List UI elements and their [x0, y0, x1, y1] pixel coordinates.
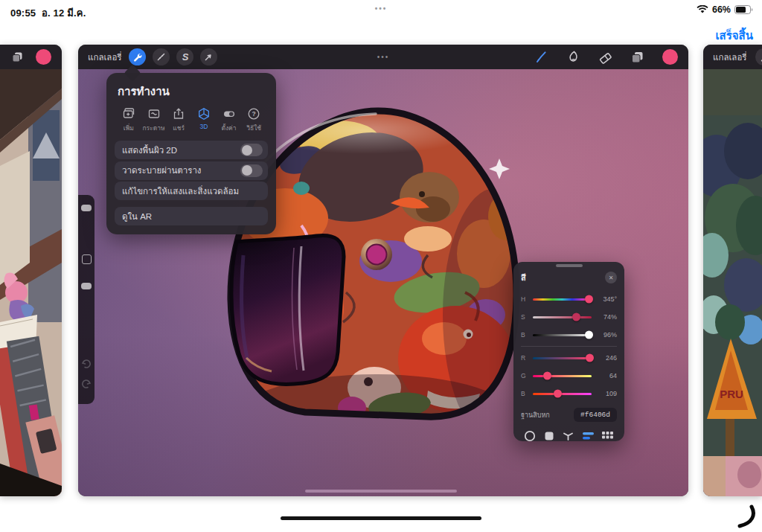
- menu-row-view-in-ar[interactable]: ดูใน AR: [115, 207, 268, 225]
- right-window-artwork[interactable]: PRU: [703, 69, 762, 496]
- brush-tool-icon[interactable]: [534, 50, 548, 64]
- actions-wrench-button[interactable]: [755, 48, 762, 65]
- smudge-tool-icon[interactable]: [566, 50, 580, 64]
- tab-canvas[interactable]: กระดาษ: [141, 107, 167, 133]
- wifi-icon: [697, 5, 708, 14]
- redo-icon: [81, 379, 92, 389]
- layers-icon[interactable]: [11, 51, 24, 63]
- status-bar: 09:55 อ. 12 มี.ค. ••• 66%: [0, 0, 762, 21]
- battery-percent: 66%: [712, 4, 731, 15]
- procreate-main-window[interactable]: แกลเลอรี่ S •••: [78, 45, 688, 496]
- tab-3d[interactable]: 3D: [191, 107, 217, 133]
- saturation-slider[interactable]: [533, 316, 592, 318]
- green-slider[interactable]: [533, 375, 592, 377]
- brightness-slider-row: B 96%: [521, 326, 617, 344]
- disc-mode-icon[interactable]: [524, 430, 536, 442]
- value-mode-icon[interactable]: [582, 431, 595, 440]
- left-app-window[interactable]: [0, 45, 62, 496]
- prefs-toggle-icon: [222, 107, 236, 121]
- undo-button[interactable]: [81, 359, 92, 372]
- selection-button[interactable]: S: [176, 48, 193, 65]
- battery-icon: [734, 5, 753, 14]
- eraser-tool-icon[interactable]: [598, 50, 612, 64]
- menu-row-show-2d-surface[interactable]: แสดงพื้นผิว 2D: [115, 141, 268, 159]
- color-panel-title: สี: [521, 271, 526, 284]
- brush-size-slider-handle[interactable]: [81, 205, 92, 211]
- active-color-swatch[interactable]: [662, 49, 678, 65]
- tab-share[interactable]: แชร์: [166, 107, 191, 133]
- brush-sidebar[interactable]: [78, 195, 95, 404]
- palettes-mode-icon[interactable]: [601, 431, 614, 441]
- actions-menu-tabs: เพิ่ม กระดาษ แชร์: [116, 107, 266, 133]
- redo-button[interactable]: [81, 379, 92, 392]
- blue-slider[interactable]: [533, 393, 592, 395]
- scribble-mark: [735, 504, 758, 530]
- magic-wand-icon: [156, 52, 166, 62]
- green-slider-row: G 64: [521, 367, 617, 385]
- done-button[interactable]: เสร็จสิ้น: [715, 27, 753, 45]
- 3d-canvas[interactable]: การทำงาน เพิ่ม กระดาษ: [78, 69, 688, 496]
- home-indicator[interactable]: [281, 516, 481, 520]
- tab-prefs[interactable]: ตั้งค่า: [217, 107, 242, 133]
- modify-button[interactable]: [82, 254, 92, 264]
- hue-slider[interactable]: [533, 298, 592, 301]
- transform-arrow-icon: [204, 52, 214, 62]
- harmony-mode-icon[interactable]: [562, 429, 574, 442]
- actions-menu-title: การทำงาน: [118, 83, 268, 100]
- menu-row-edit-lighting[interactable]: แก้ไขการให้แสงและสิ่งแวดล้อม: [115, 182, 268, 200]
- classic-mode-icon[interactable]: [543, 430, 555, 442]
- paint-through-grid-toggle[interactable]: [240, 164, 263, 177]
- actions-menu-popover: การทำงาน เพิ่ม กระดาษ: [106, 73, 276, 234]
- close-icon[interactable]: ✕: [605, 272, 617, 283]
- help-icon: ?: [247, 107, 260, 121]
- red-slider-row: R 246: [521, 349, 617, 367]
- svg-text:?: ?: [252, 110, 256, 118]
- menu-row-paint-through-grid[interactable]: วาดระบายผ่านตาราง: [115, 161, 268, 180]
- left-window-artwork[interactable]: [0, 69, 62, 496]
- brush-opacity-slider-handle[interactable]: [81, 283, 92, 289]
- color-mode-switcher: [521, 429, 617, 442]
- left-window-toolbar: [0, 45, 62, 69]
- color-swatch-button[interactable]: [36, 49, 51, 65]
- hex-value-field[interactable]: #f6406d: [574, 408, 617, 422]
- tab-add[interactable]: เพิ่ม: [116, 107, 141, 133]
- window-resize-handle[interactable]: [305, 490, 457, 493]
- artwork-sign-text: PRU: [720, 388, 743, 400]
- color-panel: สี ✕ H 345° S 74% B 96% R 246: [513, 262, 624, 441]
- canvas-icon: [147, 107, 161, 121]
- add-icon: [122, 107, 135, 121]
- ipad-screen: { "status_bar": { "time": "09:55", "date…: [0, 0, 762, 532]
- actions-wrench-button[interactable]: [129, 48, 146, 65]
- hue-slider-row: H 345°: [521, 290, 617, 308]
- brightness-slider[interactable]: [533, 334, 592, 336]
- gallery-button[interactable]: แกลเลอรี่: [703, 51, 754, 64]
- right-window-toolbar: แกลเลอรี่: [703, 45, 762, 69]
- show-2d-surface-toggle[interactable]: [240, 144, 263, 156]
- wrench-icon: [132, 52, 142, 62]
- adjustments-button[interactable]: [153, 48, 170, 65]
- tab-help[interactable]: ? วิธีใช้: [241, 107, 266, 133]
- selection-s-icon: S: [182, 51, 189, 63]
- color-panel-drag-handle[interactable]: [556, 264, 583, 267]
- gallery-button[interactable]: แกลเลอรี่: [78, 51, 129, 64]
- undo-icon: [81, 359, 92, 369]
- share-icon: [172, 107, 185, 121]
- saturation-slider-row: S 74%: [521, 308, 617, 326]
- transform-button[interactable]: [200, 48, 217, 65]
- layers-icon[interactable]: [630, 50, 644, 64]
- hex-label: ฐานสิบหก: [521, 410, 550, 420]
- multitask-dots-indicator[interactable]: •••: [0, 4, 762, 13]
- main-toolbar: แกลเลอรี่ S •••: [78, 45, 688, 69]
- helmet-visor: [231, 235, 344, 384]
- divider: [521, 346, 617, 347]
- 3d-cube-icon: [197, 107, 211, 121]
- red-slider[interactable]: [533, 357, 592, 359]
- right-app-window[interactable]: แกลเลอรี่ PRU: [703, 45, 762, 496]
- blue-slider-row: B 109: [521, 385, 617, 403]
